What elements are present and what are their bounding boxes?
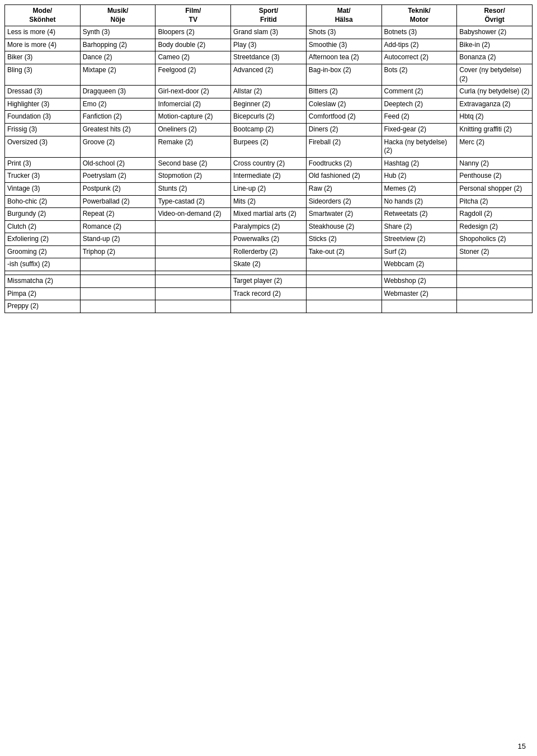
cell-r18-c0 [5, 271, 81, 275]
cell-r5-c6: Extravaganza (2) [457, 98, 533, 111]
cell-r15-c0: Exfoliering (2) [5, 233, 81, 246]
table-row: Highlighter (3)Emo (2)Infomercial (2)Beg… [5, 98, 533, 111]
cell-r5-c1: Emo (2) [80, 98, 156, 111]
cell-r8-c5: Hacka (ny betydelse) (2) [381, 136, 457, 157]
cell-r1-c6: Bike-in (2) [457, 39, 533, 51]
cell-r9-c0: Print (3) [5, 157, 81, 170]
cell-r9-c2: Second base (2) [156, 157, 231, 170]
cell-r21-c6 [457, 300, 533, 313]
cell-r17-c3: Skate (2) [231, 258, 307, 271]
table-row: Less is more (4)Synth (3)Bloopers (2)Gra… [5, 26, 533, 39]
cell-r17-c4 [306, 258, 381, 271]
cell-r5-c2: Infomercial (2) [156, 98, 231, 111]
header-row: Mode/ SkönhetMusik/ NöjeFilm/ TVSport/ F… [5, 5, 533, 26]
cell-r13-c1: Repeat (2) [80, 208, 156, 221]
cell-r20-c0: Pimpa (2) [5, 287, 81, 300]
cell-r1-c5: Add-tips (2) [381, 39, 457, 51]
cell-r17-c2 [156, 258, 231, 271]
cell-r6-c0: Foundation (3) [5, 111, 81, 124]
cell-r11-c1: Postpunk (2) [80, 182, 156, 195]
table-row: Vintage (3)Postpunk (2)Stunts (2)Line-up… [5, 182, 533, 195]
cell-r3-c4: Bag-in-box (2) [306, 64, 381, 85]
cell-r8-c6: Merc (2) [457, 136, 533, 157]
cell-r8-c0: Oversized (3) [5, 136, 81, 157]
cell-r12-c0: Boho-chic (2) [5, 195, 81, 208]
cell-r16-c3: Rollerderby (2) [231, 245, 307, 258]
cell-r15-c3: Powerwalks (2) [231, 233, 307, 246]
cell-r0-c3: Grand slam (3) [231, 26, 307, 39]
cell-r6-c6: Hbtq (2) [457, 111, 533, 124]
cell-r7-c1: Greatest hits (2) [80, 123, 156, 136]
cell-r19-c3: Target player (2) [231, 275, 307, 288]
table-row: Print (3)Old-school (2)Second base (2)Cr… [5, 157, 533, 170]
cell-r3-c0: Bling (3) [5, 64, 81, 85]
cell-r16-c2 [156, 245, 231, 258]
table-row: Foundation (3)Fanfiction (2)Motion-captu… [5, 111, 533, 124]
table-row [5, 271, 533, 275]
cell-r4-c3: Allstar (2) [231, 86, 307, 98]
cell-r19-c0: Missmatcha (2) [5, 275, 81, 288]
table-row: Dressad (3)Dragqueen (3)Girl-next-door (… [5, 86, 533, 98]
cell-r0-c1: Synth (3) [80, 26, 156, 39]
cell-r13-c5: Retweetats (2) [381, 208, 457, 221]
table-row: Grooming (2)Triphop (2)Rollerderby (2)Ta… [5, 245, 533, 258]
cell-r2-c6: Bonanza (2) [457, 51, 533, 64]
cell-r9-c1: Old-school (2) [80, 157, 156, 170]
cell-r13-c4: Smartwater (2) [306, 208, 381, 221]
cell-r20-c2 [156, 287, 231, 300]
cell-r21-c4 [306, 300, 381, 313]
cell-r17-c1 [80, 258, 156, 271]
cell-r10-c4: Old fashioned (2) [306, 170, 381, 183]
cell-r6-c3: Bicepcurls (2) [231, 111, 307, 124]
cell-r3-c6: Cover (ny betydelse) (2) [457, 64, 533, 85]
cell-r21-c0: Preppy (2) [5, 300, 81, 313]
cell-r3-c2: Feelgood (2) [156, 64, 231, 85]
cell-r14-c3: Paralympics (2) [231, 220, 307, 233]
cell-r2-c2: Cameo (2) [156, 51, 231, 64]
cell-r16-c4: Take-out (2) [306, 245, 381, 258]
cell-r0-c5: Botnets (3) [381, 26, 457, 39]
cell-r11-c0: Vintage (3) [5, 182, 81, 195]
cell-r6-c1: Fanfiction (2) [80, 111, 156, 124]
cell-r7-c6: Knitting graffiti (2) [457, 123, 533, 136]
cell-r12-c5: No hands (2) [381, 195, 457, 208]
cell-r7-c2: Oneliners (2) [156, 123, 231, 136]
cell-r5-c3: Beginner (2) [231, 98, 307, 111]
cell-r15-c4: Sticks (2) [306, 233, 381, 246]
cell-r18-c6 [457, 271, 533, 275]
cell-r13-c6: Ragdoll (2) [457, 208, 533, 221]
cell-r1-c1: Barhopping (2) [80, 39, 156, 51]
cell-r16-c1: Triphop (2) [80, 245, 156, 258]
cell-r9-c6: Nanny (2) [457, 157, 533, 170]
cell-r0-c0: Less is more (4) [5, 26, 81, 39]
main-table: Mode/ SkönhetMusik/ NöjeFilm/ TVSport/ F… [4, 4, 533, 313]
cell-r14-c2 [156, 220, 231, 233]
cell-r9-c3: Cross country (2) [231, 157, 307, 170]
table-row: Oversized (3)Groove (2)Remake (2)Burpees… [5, 136, 533, 157]
cell-r10-c0: Trucker (3) [5, 170, 81, 183]
cell-r12-c1: Powerballad (2) [80, 195, 156, 208]
table-row: Biker (3)Dance (2)Cameo (2)Streetdance (… [5, 51, 533, 64]
cell-r8-c4: Fireball (2) [306, 136, 381, 157]
cell-r10-c5: Hub (2) [381, 170, 457, 183]
table-row: Frissig (3)Greatest hits (2)Oneliners (2… [5, 123, 533, 136]
cell-r9-c5: Hashtag (2) [381, 157, 457, 170]
cell-r12-c6: Pitcha (2) [457, 195, 533, 208]
cell-r16-c5: Surf (2) [381, 245, 457, 258]
cell-r5-c0: Highlighter (3) [5, 98, 81, 111]
cell-r12-c2: Type-castad (2) [156, 195, 231, 208]
cell-r18-c1 [80, 271, 156, 275]
cell-r5-c4: Coleslaw (2) [306, 98, 381, 111]
cell-r1-c0: More is more (4) [5, 39, 81, 51]
cell-r19-c6 [457, 275, 533, 288]
cell-r4-c2: Girl-next-door (2) [156, 86, 231, 98]
column-header-2: Film/ TV [156, 5, 231, 26]
cell-r4-c5: Comment (2) [381, 86, 457, 98]
cell-r9-c4: Foodtrucks (2) [306, 157, 381, 170]
cell-r7-c0: Frissig (3) [5, 123, 81, 136]
cell-r7-c5: Fixed-gear (2) [381, 123, 457, 136]
cell-r8-c3: Burpees (2) [231, 136, 307, 157]
cell-r11-c6: Personal shopper (2) [457, 182, 533, 195]
cell-r2-c4: Afternoon tea (2) [306, 51, 381, 64]
cell-r15-c1: Stand-up (2) [80, 233, 156, 246]
